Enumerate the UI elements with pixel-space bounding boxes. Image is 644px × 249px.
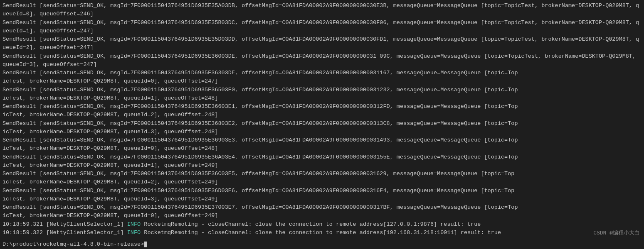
log-line-4: SendResult [sendStatus=SEND_OK, msgId=7F… bbox=[2, 52, 642, 69]
prompt-line[interactable]: D:\product\rocketmq-all-4.8.0-bin-releas… bbox=[0, 240, 644, 249]
log-line-7: SendResult [sendStatus=SEND_OK, msgId=7F… bbox=[2, 103, 642, 120]
log-line-9: SendResult [sendStatus=SEND_OK, msgId=7F… bbox=[2, 136, 642, 153]
class-2: RocketmqRemoting bbox=[144, 229, 198, 236]
prompt-text: D:\product\rocketmq-all-4.8.0-bin-releas… bbox=[2, 241, 144, 247]
log-line-6: SendResult [sendStatus=SEND_OK, msgId=7F… bbox=[2, 86, 642, 103]
log-line-3: SendResult [sendStatus=SEND_OK, msgId=7F… bbox=[2, 35, 642, 52]
log-line-8: SendResult [sendStatus=SEND_OK, msgId=7F… bbox=[2, 120, 642, 137]
info-line-1: 10:18:59.321 [NettyClientSelector_1] INF… bbox=[2, 220, 642, 229]
level-2: INFO bbox=[127, 229, 141, 236]
terminal-output: SendResult [sendStatus=SEND_OK, msgId=7F… bbox=[0, 0, 644, 240]
timestamp-1: 10:18:59.321 bbox=[2, 221, 43, 227]
log-line-2: SendResult [sendStatus=SEND_OK, msgId=7F… bbox=[2, 19, 642, 36]
thread-1: NettyClientSelector_1 bbox=[49, 221, 120, 227]
level-1: INFO bbox=[127, 221, 141, 227]
thread-2: NettyClientSelector_1 bbox=[49, 229, 120, 236]
log-line-10: SendResult [sendStatus=SEND_OK, msgId=7F… bbox=[2, 153, 642, 170]
log-line-5: SendResult [sendStatus=SEND_OK, msgId=7F… bbox=[2, 69, 642, 86]
terminal-window: SendResult [sendStatus=SEND_OK, msgId=7F… bbox=[0, 0, 644, 249]
cursor bbox=[144, 242, 147, 247]
log-line-13: SendResult [sendStatus=SEND_OK, msgId=7F… bbox=[2, 203, 642, 220]
log-line-1: SendResult [sendStatus=SEND_OK, msgId=7F… bbox=[2, 2, 642, 19]
info-line-2: 10:18:59.322 [NettyClientSelector_1] INF… bbox=[2, 229, 642, 237]
msg-1: - closeChannel: close the connection to … bbox=[201, 221, 481, 227]
timestamp-2: 10:18:59.322 bbox=[2, 229, 43, 236]
msg-2: - closeChannel: close the connection to … bbox=[201, 229, 501, 236]
log-line-12: SendResult [sendStatus=SEND_OK, msgId=7F… bbox=[2, 187, 642, 204]
watermark: CSDN @编程小大白 bbox=[593, 229, 640, 237]
log-line-11: SendResult [sendStatus=SEND_OK, msgId=7F… bbox=[2, 170, 642, 187]
class-1: RocketmqRemoting bbox=[144, 221, 198, 227]
